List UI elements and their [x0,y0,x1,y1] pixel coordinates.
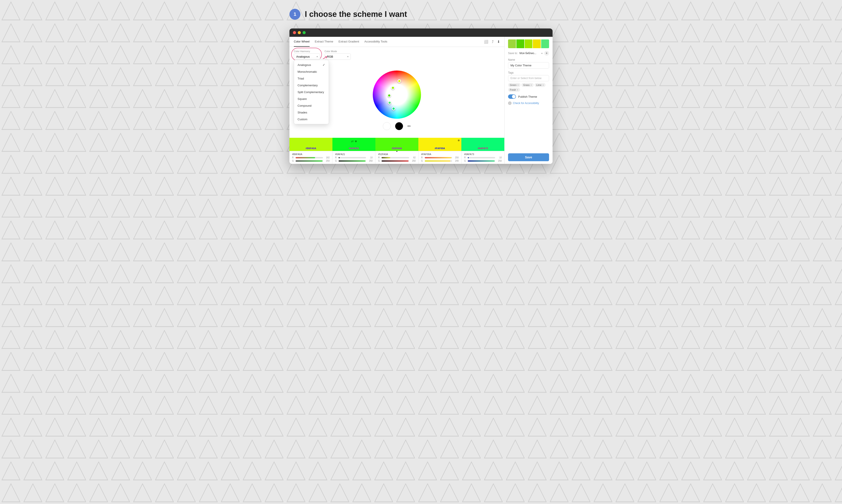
info-cell-3: #52FA0A R 82 G 250 [375,151,418,164]
app-window: Color Wheel Extract Theme Extract Gradie… [289,29,553,164]
tag-fresh[interactable]: Fresh + [508,88,520,92]
dropdown-item-triad[interactable]: Triad [294,75,329,82]
palette-swatch-1[interactable]: #B6FA0A [289,138,332,151]
color-controls: ↗ Color Harmony Analogous ▾ [289,47,504,63]
palette-swatch-2[interactable]: ⇄ #0AFA21 [332,138,375,151]
palette-swatch-3[interactable]: #52FA0A ▲ [375,138,418,151]
dropdown-item-compound[interactable]: Compound [294,102,329,109]
step-number: 1 [289,9,300,20]
swatch-label-4: #FAF00A [434,147,445,149]
r-value-1: 182 [324,156,330,159]
save-to-select[interactable]: Моя библио... ▾ [519,52,543,55]
name-input[interactable]: My Color Theme [508,62,549,69]
harmony-label: Color Harmony [294,50,320,53]
g-value-3: 250 [411,160,416,162]
wheel-dot-2[interactable] [391,86,395,90]
tag-plus-icon: + [517,89,518,91]
wheel-dots [373,71,421,119]
info-cell-4: #FAF00A R 250 G 240 [418,151,462,164]
accessibility-link[interactable]: Check for Accessibility [513,102,539,105]
hex-4: #FAF00A [421,153,459,156]
tag-grass[interactable]: Grass + [521,83,534,87]
download-icon[interactable]: ⬇ [497,40,500,44]
tag-plus-icon: + [530,84,532,86]
r-value-5: 10 [496,156,502,159]
tag-lime[interactable]: Lime + [535,83,546,87]
dropdown-item-custom[interactable]: Custom [294,116,329,123]
add-library-button[interactable]: + [544,51,549,56]
name-label: Name [508,58,549,61]
mode-label: Color Mode [325,50,351,53]
check-icon: ✓ [323,63,325,67]
maximize-button[interactable] [303,31,306,34]
tab-bar: Color Wheel Extract Theme Extract Gradie… [289,37,504,47]
step-title: I choose the scheme I want [305,10,407,19]
preview-swatch-2 [516,39,524,48]
palette-swatch-4[interactable]: #FAF00A [418,138,461,151]
wheel-dot-4[interactable] [388,101,391,105]
info-cell-5: #0AFA73 R 10 G 250 [462,151,504,164]
palette-swatch-5[interactable]: #0AFA73 [461,138,504,151]
dropdown-item-split-complementary[interactable]: Split Complementary [294,89,329,95]
harmony-dropdown-container: Color Harmony Analogous ▾ Analogous ✓ [294,50,320,60]
color-wheel[interactable] [373,71,421,119]
mode-value: RGB [327,55,333,58]
right-panel: Save to: Моя библио... ▾ + Name My Color… [504,37,553,164]
harmony-dropdown-menu: Analogous ✓ Monochromatic Triad Compleme… [294,60,329,124]
g-value-4: 240 [453,160,459,162]
wheel-dot-1[interactable] [397,79,401,83]
preview-swatch-4 [533,39,541,48]
wheel-dot-5[interactable] [392,107,395,110]
tag-label: Lime [536,84,542,86]
dropdown-item-monochromatic[interactable]: Monochromatic [294,68,329,75]
r-value-2: 10 [367,156,373,159]
swatch-label-1: #B6FA0A [306,147,316,149]
publish-toggle[interactable] [508,94,516,99]
accessibility-row: i Check for Accessibility [508,102,549,105]
tags-input[interactable]: Enter or Select from below [508,75,549,81]
swatch-label-5: #0AFA73 [478,147,488,149]
preview-swatch-1 [508,39,516,48]
tab-accessibility-tools[interactable]: Accessibility Tools [364,37,388,47]
preview-swatch-5 [541,39,549,48]
share-icon[interactable]: ⤴ [492,40,494,44]
swatch-2-icons: ⇄ [351,140,357,143]
tag-green[interactable]: Green + [508,83,520,87]
save-to-label: Save to: [508,52,518,55]
tab-color-wheel[interactable]: Color Wheel [294,37,310,47]
app-content: Color Wheel Extract Theme Extract Gradie… [289,37,553,164]
hex-1: #B6FA0A [292,153,330,156]
mode-control: Color Mode RGB ▾ [325,50,351,60]
eyedropper-icon[interactable]: ✏ [408,124,411,129]
wheel-dot-3[interactable] [388,94,391,97]
camera-icon[interactable]: ⬜ [484,40,488,44]
info-icon[interactable]: i [508,102,512,105]
publish-row: Publish Theme [508,94,549,99]
save-button[interactable]: Save [508,153,549,161]
tag-label: Green [510,84,517,86]
harmony-select[interactable]: Analogous ▾ [294,53,320,60]
black-color-selector[interactable] [395,122,403,130]
dropdown-item-analogous[interactable]: Analogous ✓ [294,61,329,68]
tab-extract-gradient[interactable]: Extract Gradient [339,37,359,47]
minimize-button[interactable] [298,31,301,34]
close-button[interactable] [293,31,296,34]
r-value-4: 250 [453,156,459,159]
hex-3: #52FA0A [378,153,415,156]
dropdown-item-shades[interactable]: Shades [294,109,329,116]
tag-label: Fresh [510,89,516,91]
white-color-selector[interactable] [383,122,391,130]
swatch-label-2: #0AFA21 [349,147,359,149]
palette-strip: #B6FA0A ⇄ #0AFA21 #52FA0A ▲ [289,138,504,151]
dropdown-item-complementary[interactable]: Complementary [294,82,329,89]
tab-extract-theme[interactable]: Extract Theme [315,37,333,47]
wheel-controls: ✏ [383,122,411,130]
harmony-chevron-icon: ▾ [316,55,318,58]
mode-select[interactable]: RGB ▾ [325,53,351,60]
info-cell-1: #B6FA0A R 182 G 250 [289,151,332,164]
tags-container: Green + Grass + Lime + Fresh [508,83,549,92]
harmony-control: Color Harmony Analogous ▾ [294,50,320,60]
dropdown-item-square[interactable]: Square [294,95,329,102]
g-value-2: 250 [367,160,373,162]
step-header: 1 I choose the scheme I want [289,9,553,20]
